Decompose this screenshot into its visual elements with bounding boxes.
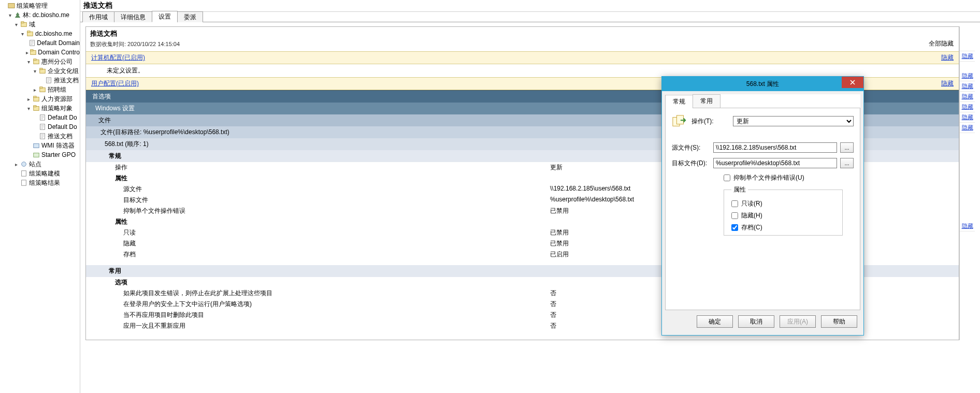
action-label: 操作 bbox=[115, 163, 550, 172]
tree-item-label: Domain Contro bbox=[38, 49, 80, 56]
archive-checkbox[interactable] bbox=[731, 224, 738, 231]
card-title: 推送文档 bbox=[86, 27, 184, 40]
hide-link[interactable]: 隐藏 bbox=[960, 92, 975, 102]
tab-scope[interactable]: 作用域 bbox=[82, 11, 114, 22]
tree-item-label: 企业文化组 bbox=[48, 67, 79, 76]
dest-file-input[interactable] bbox=[713, 158, 837, 168]
tree-item[interactable]: ▸招聘组 bbox=[0, 85, 80, 94]
tree-item[interactable]: ▾惠州分公司 bbox=[0, 57, 80, 66]
tree-item[interactable]: ▾域 bbox=[0, 20, 80, 29]
tree-item[interactable]: ▾林: dc.biosho.me bbox=[0, 10, 80, 20]
tree-toggle-icon[interactable]: ▸ bbox=[12, 162, 20, 167]
dialog-titlebar[interactable]: 568.txt 属性 bbox=[662, 77, 863, 91]
archive-value: 已启用 bbox=[550, 250, 569, 259]
tree-toggle-icon[interactable]: ▾ bbox=[6, 12, 13, 18]
source-file-label: 源文件(S): bbox=[672, 143, 713, 152]
gpm-icon bbox=[7, 2, 16, 10]
dialog-tab-common[interactable]: 常用 bbox=[693, 94, 720, 108]
tab-details[interactable]: 详细信息 bbox=[114, 11, 152, 22]
tree-item[interactable]: Default Domain bbox=[0, 38, 80, 48]
dest-file-label: 目标文件 bbox=[123, 196, 550, 205]
source-file-input[interactable] bbox=[713, 142, 837, 153]
hide-link[interactable]: 隐藏 bbox=[960, 81, 975, 92]
dialog-tab-general[interactable]: 常规 bbox=[665, 95, 693, 108]
browse-dest-button[interactable]: ... bbox=[840, 158, 854, 168]
tree-toggle-icon[interactable]: ▾ bbox=[19, 31, 26, 37]
collected-time: 数据收集时间: 2020/10/22 14:15:04 bbox=[86, 40, 184, 51]
archive-label: 存档 bbox=[123, 250, 550, 259]
tree-item[interactable]: Default Do bbox=[0, 122, 80, 132]
tree-item[interactable]: 推送文档 bbox=[0, 132, 80, 141]
ok-button[interactable]: 确定 bbox=[697, 315, 733, 328]
wmi-icon bbox=[32, 141, 40, 150]
tree-item-label: 人力资源部 bbox=[41, 95, 73, 104]
tree-item[interactable]: Starter GPO bbox=[0, 150, 80, 159]
tree-item[interactable]: WMI 筛选器 bbox=[0, 141, 80, 150]
hide-link[interactable]: 隐藏 bbox=[960, 112, 975, 123]
readonly-label: 只读 bbox=[123, 228, 550, 237]
tree-toggle-icon[interactable]: ▾ bbox=[25, 106, 32, 111]
tree-toggle-icon[interactable]: ▾ bbox=[25, 59, 32, 65]
tree-item[interactable]: 组策略管理 bbox=[0, 1, 80, 10]
suppress-errors-checkbox[interactable] bbox=[724, 174, 730, 181]
opt1-label: 如果此项目发生错误，则停止在此扩展上处理这些项目 bbox=[123, 289, 550, 298]
domain-icon bbox=[26, 30, 34, 38]
tree-item[interactable]: ▸人力资源部 bbox=[0, 94, 80, 104]
browse-source-button[interactable]: ... bbox=[840, 142, 854, 153]
help-button[interactable]: 帮助 bbox=[821, 315, 857, 328]
side-hide-column: 隐藏 隐藏 隐藏 隐藏 隐藏 隐藏 隐藏 隐藏 bbox=[959, 26, 975, 340]
cancel-button[interactable]: 取消 bbox=[738, 315, 774, 328]
tree-item[interactable]: ▸站点 bbox=[0, 159, 80, 169]
tree-item-label: 组策略管理 bbox=[17, 2, 48, 10]
attrs-header: 属性 bbox=[115, 217, 550, 226]
tree-item[interactable]: ▸Domain Contro bbox=[0, 48, 80, 57]
close-button[interactable] bbox=[842, 77, 863, 88]
starter-icon bbox=[32, 151, 40, 159]
hide-link[interactable]: 隐藏 bbox=[960, 71, 975, 81]
tab-delegation[interactable]: 委派 bbox=[177, 11, 203, 22]
tree-item-label: Default Domain bbox=[37, 39, 80, 47]
hidden-value: 已禁用 bbox=[550, 239, 569, 248]
action-label: 操作(T): bbox=[691, 117, 733, 126]
svg-rect-2 bbox=[21, 22, 24, 23]
hide-link[interactable]: 隐藏 bbox=[941, 79, 954, 88]
tab-settings[interactable]: 设置 bbox=[152, 11, 178, 22]
apply-button[interactable]: 应用(A) bbox=[780, 315, 816, 328]
hide-link[interactable]: 隐藏 bbox=[960, 102, 975, 112]
tree-toggle-icon[interactable]: ▸ bbox=[25, 50, 30, 55]
computer-config-link[interactable]: 计算机配置(已启用) bbox=[91, 53, 145, 62]
tree-toggle-icon[interactable]: ▸ bbox=[25, 96, 32, 102]
hidden-checkbox[interactable] bbox=[731, 212, 738, 219]
close-icon bbox=[850, 80, 855, 85]
hide-link[interactable]: 隐藏 bbox=[960, 221, 975, 231]
tree-item[interactable]: ▾企业文化组 bbox=[0, 66, 80, 76]
tree-item-label: 组策略对象 bbox=[41, 104, 73, 113]
tree-toggle-icon[interactable]: ▸ bbox=[31, 87, 38, 93]
folder-icon bbox=[32, 104, 40, 112]
tree-item[interactable]: ▾dc.biosho.me bbox=[0, 29, 80, 38]
hide-link[interactable]: 隐藏 bbox=[960, 51, 975, 62]
ou-icon bbox=[32, 95, 40, 103]
tree-toggle-icon[interactable]: ▾ bbox=[31, 68, 38, 74]
gpo-icon bbox=[38, 123, 47, 131]
tree-item[interactable]: Default Do bbox=[0, 113, 80, 122]
dest-file-label: 目标文件(D): bbox=[672, 159, 713, 168]
tree-toggle-icon[interactable]: ▾ bbox=[12, 22, 20, 27]
hide-all-link[interactable]: 全部隐藏 bbox=[929, 39, 954, 51]
tree-item[interactable]: 推送文档 bbox=[0, 76, 80, 85]
domains-icon bbox=[20, 20, 28, 28]
svg-point-24 bbox=[22, 162, 26, 167]
user-config-link[interactable]: 用户配置(已启用) bbox=[91, 79, 139, 88]
tree-item[interactable]: 组策略建模 bbox=[0, 169, 80, 178]
tree-item-label: 招聘组 bbox=[48, 85, 66, 94]
result-icon bbox=[20, 179, 28, 187]
tree-item[interactable]: 组策略结果 bbox=[0, 178, 80, 187]
svg-rect-0 bbox=[8, 4, 15, 8]
main-tabs: 作用域 详细信息 设置 委派 bbox=[80, 12, 980, 22]
hide-link[interactable]: 隐藏 bbox=[941, 53, 954, 62]
hide-link[interactable]: 隐藏 bbox=[960, 123, 975, 133]
action-select[interactable]: 更新 bbox=[733, 116, 854, 126]
readonly-checkbox[interactable] bbox=[731, 200, 738, 207]
tree-item[interactable]: ▾组策略对象 bbox=[0, 104, 80, 113]
tree-item-label: Default Do bbox=[48, 114, 77, 121]
